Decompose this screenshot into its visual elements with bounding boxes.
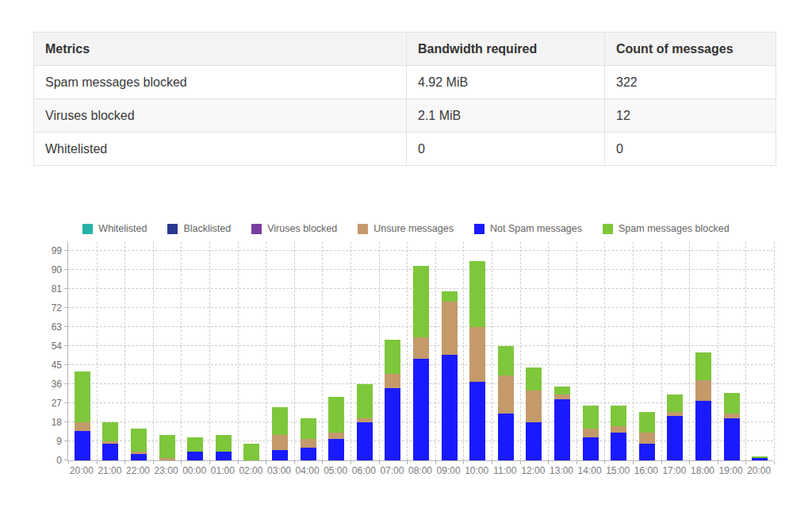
metric-name-cell: Whitelisted <box>34 133 407 166</box>
bar-stack-01:00 <box>216 435 232 460</box>
x-tick-label: 19:00 <box>717 465 745 476</box>
legend-swatch-icon <box>358 224 368 234</box>
bandwidth-value-cell: 4.92 MiB <box>407 66 605 99</box>
bar-segment-spam-messages-blocked <box>667 394 683 411</box>
legend-item-spam-messages-blocked: Spam messages blocked <box>603 223 730 234</box>
grid-hline <box>68 250 773 251</box>
bar-segment-spam-messages-blocked <box>102 422 118 441</box>
bar-segment-not-spam-messages <box>611 433 626 460</box>
bar-segment-spam-messages-blocked <box>554 387 570 395</box>
bandwidth-value-cell: 0 <box>407 133 605 166</box>
x-tick-label: 21:00 <box>96 465 124 476</box>
col-header-count: Count of messages <box>605 33 776 66</box>
y-tick-mark <box>64 460 67 460</box>
bar-segment-spam-messages-blocked <box>695 352 711 380</box>
legend-label: Blacklisted <box>183 223 231 234</box>
bar-segment-not-spam-messages <box>724 418 740 460</box>
x-tick-label: 00:00 <box>180 465 209 476</box>
bar-segment-not-spam-messages <box>413 359 429 460</box>
bar-segment-unsure-messages <box>159 458 175 460</box>
bar-stack-22:00 <box>131 429 147 460</box>
metric-name-cell: Spam messages blocked <box>34 66 407 99</box>
x-tick-label: 18:00 <box>688 465 717 476</box>
bar-segment-spam-messages-blocked <box>357 384 373 418</box>
x-tick-label: 06:00 <box>350 465 378 476</box>
bar-segment-not-spam-messages <box>301 448 316 460</box>
x-tick-mark <box>209 461 210 464</box>
table-row: Spam messages blocked4.92 MiB322 <box>34 66 776 99</box>
chart-legend: WhitelistedBlacklistedViruses blockedUns… <box>33 222 779 235</box>
grid-vline <box>97 242 98 460</box>
legend-label: Unsure messages <box>373 223 454 234</box>
grid-vline <box>124 242 125 460</box>
bar-segment-unsure-messages <box>611 426 626 433</box>
bar-segment-not-spam-messages <box>328 439 344 460</box>
grid-vline <box>407 242 408 460</box>
bar-segment-not-spam-messages <box>752 458 768 460</box>
legend-swatch-icon <box>603 224 613 234</box>
x-tick-label: 17:00 <box>661 465 689 476</box>
bar-stack-11:00 <box>498 346 514 460</box>
bar-stack-00:00 <box>187 437 203 460</box>
grid-vline <box>718 242 718 460</box>
y-tick-mark <box>64 250 67 251</box>
x-tick-mark <box>294 461 295 464</box>
grid-vline <box>238 242 239 460</box>
y-tick-mark <box>64 421 67 422</box>
grid-vline <box>661 242 662 460</box>
y-tick-label: 99 <box>30 245 62 256</box>
bar-segment-spam-messages-blocked <box>583 406 599 429</box>
y-tick-mark <box>64 307 67 308</box>
bar-stack-16:00 <box>639 412 655 460</box>
x-tick-mark <box>435 461 436 464</box>
bar-segment-spam-messages-blocked <box>301 418 316 440</box>
y-tick-label: 72 <box>30 302 62 314</box>
x-axis-labels: 20:0021:0022:0023:0000:0001:0002:0003:00… <box>67 465 773 481</box>
bar-segment-unsure-messages <box>328 433 344 439</box>
bar-segment-spam-messages-blocked <box>385 340 400 374</box>
bar-segment-spam-messages-blocked <box>498 346 514 375</box>
y-tick-mark <box>64 326 67 327</box>
y-tick-mark <box>64 288 67 289</box>
grid-vline <box>266 242 266 460</box>
x-tick-label: 15:00 <box>603 465 632 476</box>
bandwidth-value-cell: 2.1 MiB <box>407 99 605 133</box>
bar-segment-not-spam-messages <box>357 422 373 460</box>
legend-label: Not Spam messages <box>490 223 582 234</box>
x-tick-label: 10:00 <box>462 465 491 476</box>
bar-segment-spam-messages-blocked <box>216 435 232 452</box>
grid-vline <box>181 242 182 460</box>
bar-stack-14:00 <box>583 406 599 460</box>
y-tick-mark <box>64 441 67 441</box>
legend-swatch-icon <box>82 224 93 234</box>
y-tick-mark <box>64 383 67 384</box>
bar-segment-not-spam-messages <box>695 401 711 460</box>
legend-swatch-icon <box>167 224 178 234</box>
x-tick-mark <box>124 461 125 464</box>
x-tick-mark <box>379 461 380 464</box>
x-tick-mark <box>745 461 746 464</box>
bar-stack-18:00 <box>695 352 711 460</box>
bar-segment-not-spam-messages <box>385 388 400 460</box>
y-tick-label: 81 <box>30 283 62 294</box>
bar-segment-spam-messages-blocked <box>526 368 542 391</box>
grid-vline <box>604 242 605 460</box>
bar-segment-not-spam-messages <box>272 450 288 460</box>
grid-vline <box>774 242 775 460</box>
grid-vline <box>633 242 634 460</box>
bar-segment-spam-messages-blocked <box>442 291 458 302</box>
x-tick-mark <box>633 461 634 464</box>
bar-segment-not-spam-messages <box>75 431 90 460</box>
bar-segment-not-spam-messages <box>554 399 570 460</box>
bar-segment-unsure-messages <box>469 327 485 382</box>
x-tick-label: 01:00 <box>209 465 237 476</box>
bar-segment-not-spam-messages <box>216 452 232 460</box>
x-tick-label: 02:00 <box>237 465 266 476</box>
legend-label: Viruses blocked <box>267 223 337 234</box>
bar-segment-unsure-messages <box>442 302 458 355</box>
bar-segment-not-spam-messages <box>526 422 542 460</box>
bar-segment-not-spam-messages <box>498 414 514 460</box>
x-tick-mark <box>153 461 154 464</box>
y-tick-label: 90 <box>30 264 62 275</box>
legend-item-unsure-messages: Unsure messages <box>358 223 454 234</box>
